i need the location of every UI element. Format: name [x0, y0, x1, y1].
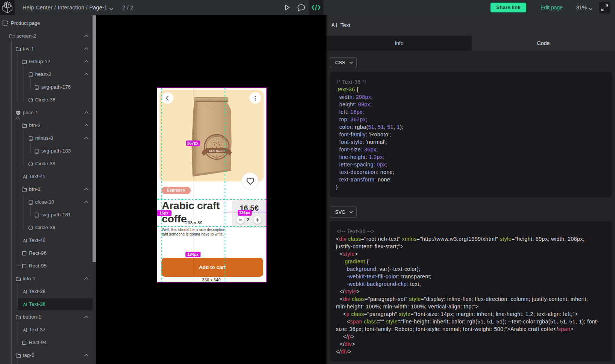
- svg-text:NABI NAHUI: NABI NAHUI: [209, 150, 225, 153]
